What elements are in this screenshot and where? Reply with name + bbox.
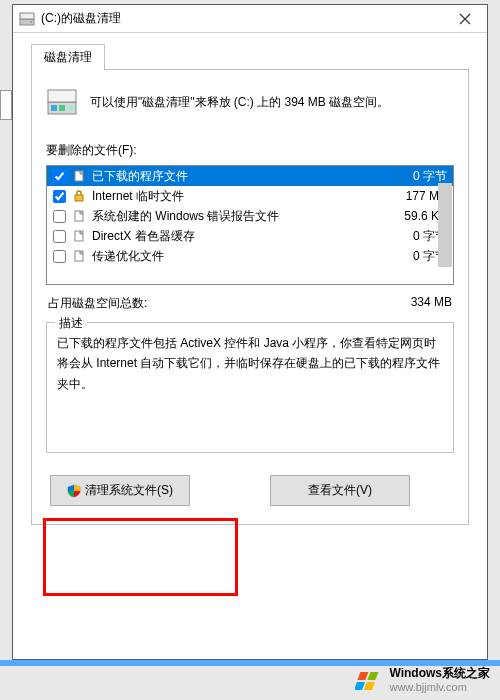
tab-bar: 磁盘清理 [31, 43, 469, 70]
file-row[interactable]: DirectX 着色器缓存0 字节 [47, 226, 453, 246]
file-checkbox[interactable] [53, 230, 66, 243]
svg-rect-5 [51, 105, 57, 111]
scrollbar-thumb[interactable] [438, 183, 452, 267]
description-text: 已下载的程序文件包括 ActiveX 控件和 Java 小程序，你查看特定网页时… [57, 333, 443, 394]
file-size: 0 字节 [387, 168, 447, 185]
tab-disk-cleanup[interactable]: 磁盘清理 [31, 44, 105, 70]
watermark-name: Windows系统之家 [389, 666, 490, 680]
file-name: DirectX 着色器缓存 [92, 228, 387, 245]
windows-logo-icon [355, 668, 383, 692]
file-checkbox[interactable] [53, 170, 66, 183]
svg-rect-1 [20, 13, 34, 19]
file-name: 系统创建的 Windows 错误报告文件 [92, 208, 387, 225]
view-files-label: 查看文件(V) [308, 482, 372, 499]
total-label: 占用磁盘空间总数: [48, 295, 411, 312]
background-fragment [0, 90, 12, 120]
files-to-delete-label: 要删除的文件(F): [46, 142, 454, 159]
svg-rect-9 [75, 195, 83, 201]
watermark-text: Windows系统之家 www.bjjmlv.com [389, 666, 490, 694]
tab-content: 可以使用"磁盘清理"来释放 (C:) 上的 394 MB 磁盘空间。 要删除的文… [31, 70, 469, 525]
file-row[interactable]: 系统创建的 Windows 错误报告文件59.6 KB [47, 206, 453, 226]
clean-system-files-label: 清理系统文件(S) [85, 482, 173, 499]
close-button[interactable] [443, 5, 487, 33]
watermark: Windows系统之家 www.bjjmlv.com [355, 666, 490, 694]
total-row: 占用磁盘空间总数: 334 MB [46, 295, 454, 312]
description-fieldset: 描述 已下载的程序文件包括 ActiveX 控件和 Java 小程序，你查看特定… [46, 322, 454, 453]
drive-icon [19, 11, 35, 27]
lock-icon [72, 188, 88, 204]
file-row[interactable]: 传递优化文件0 字节 [47, 246, 453, 266]
total-value: 334 MB [411, 295, 452, 312]
file-checkbox[interactable] [53, 210, 66, 223]
info-row: 可以使用"磁盘清理"来释放 (C:) 上的 394 MB 磁盘空间。 [46, 86, 454, 118]
file-icon [72, 248, 88, 264]
svg-point-7 [69, 106, 73, 110]
info-text: 可以使用"磁盘清理"来释放 (C:) 上的 394 MB 磁盘空间。 [90, 93, 389, 111]
file-list[interactable]: 已下载的程序文件0 字节Internet 临时文件177 MB系统创建的 Win… [46, 165, 454, 285]
svg-rect-6 [59, 105, 65, 111]
shield-icon [67, 484, 81, 498]
file-name: Internet 临时文件 [92, 188, 387, 205]
view-files-button[interactable]: 查看文件(V) [270, 475, 410, 506]
titlebar[interactable]: (C:)的磁盘清理 [13, 5, 487, 33]
file-icon [72, 228, 88, 244]
description-group: 描述 已下载的程序文件包括 ActiveX 控件和 Java 小程序，你查看特定… [46, 322, 454, 453]
titlebar-title: (C:)的磁盘清理 [41, 10, 443, 27]
dialog-body: 磁盘清理 可以使用"磁盘清理"来释放 (C:) 上的 394 MB 磁盘空间。 … [13, 33, 487, 539]
clean-system-files-button[interactable]: 清理系统文件(S) [50, 475, 190, 506]
disk-cleanup-window: (C:)的磁盘清理 磁盘清理 可以使用"磁盘清理"来释放 (C:) [12, 4, 488, 660]
file-row[interactable]: Internet 临时文件177 MB [47, 186, 453, 206]
file-icon [72, 168, 88, 184]
svg-point-2 [30, 21, 32, 23]
background-stripe [0, 660, 500, 666]
description-legend: 描述 [55, 315, 87, 332]
svg-rect-4 [48, 90, 76, 102]
file-name: 传递优化文件 [92, 248, 387, 265]
file-checkbox[interactable] [53, 190, 66, 203]
file-row[interactable]: 已下载的程序文件0 字节 [47, 166, 453, 186]
file-checkbox[interactable] [53, 250, 66, 263]
file-icon [72, 208, 88, 224]
drive-large-icon [46, 86, 78, 118]
file-name: 已下载的程序文件 [92, 168, 387, 185]
watermark-url: www.bjjmlv.com [389, 681, 490, 694]
button-row: 清理系统文件(S) 查看文件(V) [46, 475, 454, 506]
